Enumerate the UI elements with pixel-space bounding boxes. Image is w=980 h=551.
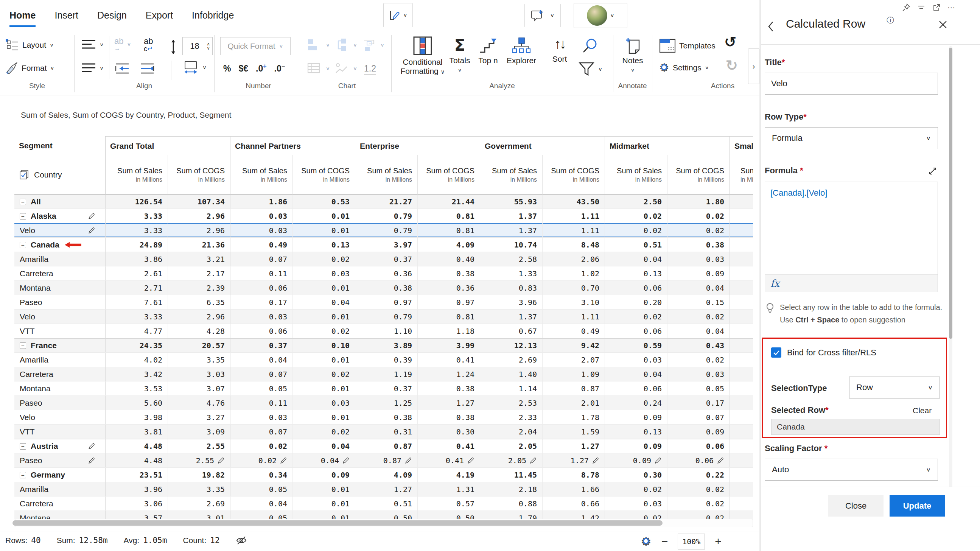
value-cell[interactable]: 0.03: [293, 266, 355, 280]
value-cell[interactable]: 3.81: [105, 425, 168, 439]
table-row[interactable]: Montana3.573.010.050.010.500.501.791.420…: [14, 511, 753, 519]
value-cell[interactable]: 4.19: [417, 468, 480, 482]
value-cell[interactable]: 0.39: [355, 353, 417, 367]
value-cell[interactable]: 3.06: [105, 497, 168, 511]
value-cell[interactable]: 1.40: [480, 367, 542, 381]
value-cell[interactable]: 0.09: [605, 440, 667, 453]
value-cell[interactable]: 0.03: [667, 367, 730, 381]
value-cell[interactable]: 0.37: [230, 339, 293, 352]
value-cell[interactable]: 0.50: [417, 511, 480, 519]
value-cell[interactable]: [730, 353, 753, 367]
value-cell[interactable]: 0.30: [605, 468, 667, 482]
collapse-icon[interactable]: −: [20, 242, 26, 248]
value-cell[interactable]: 0.38: [667, 238, 730, 252]
value-cell[interactable]: 0.04: [293, 453, 355, 467]
measure-header[interactable]: Sum of Salesin Millions: [230, 155, 293, 194]
focus-mode-icon[interactable]: [917, 3, 926, 12]
value-cell[interactable]: [730, 209, 753, 223]
value-cell[interactable]: 23.51: [105, 468, 168, 482]
value-cell[interactable]: 0.01: [293, 410, 355, 424]
value-cell[interactable]: 0.41: [417, 353, 480, 367]
value-cell[interactable]: 1.59: [542, 425, 605, 439]
chart-grid-button[interactable]: ∨: [307, 62, 330, 75]
value-cell[interactable]: 1.11: [542, 223, 605, 237]
value-cell[interactable]: 0.17: [230, 295, 293, 309]
value-cell[interactable]: 0.22: [667, 468, 730, 482]
row-label-cell[interactable]: Montana: [14, 281, 105, 295]
value-cell[interactable]: 1.37: [480, 209, 542, 223]
value-cell[interactable]: 0.40: [417, 252, 480, 266]
table-row[interactable]: VTT4.774.280.060.021.101.180.670.490.060…: [14, 324, 753, 338]
value-cell[interactable]: 0.13: [605, 266, 667, 280]
value-cell[interactable]: 0.31: [355, 425, 417, 439]
row-dimension-header[interactable]: Country: [14, 155, 105, 194]
value-cell[interactable]: 0.01: [293, 223, 355, 237]
value-cell[interactable]: 0.81: [417, 223, 480, 237]
value-cell[interactable]: 3.35: [168, 482, 230, 496]
measure-header[interactable]: Sum of COGSin Millions: [542, 155, 605, 194]
chart-layout-button[interactable]: ∨: [362, 38, 385, 52]
value-cell[interactable]: 0.38: [417, 381, 480, 395]
value-cell[interactable]: 0.01: [293, 511, 355, 519]
value-cell[interactable]: 0.01: [293, 209, 355, 223]
value-cell[interactable]: 0.02: [667, 353, 730, 367]
value-cell[interactable]: [730, 266, 753, 280]
value-cell[interactable]: 1.02: [542, 266, 605, 280]
value-cell[interactable]: 0.38: [417, 266, 480, 280]
value-cell[interactable]: 0.02: [667, 482, 730, 496]
value-cell[interactable]: 9.42: [542, 339, 605, 352]
value-cell[interactable]: 2.05: [480, 440, 542, 453]
value-cell[interactable]: 1.31: [417, 482, 480, 496]
value-cell[interactable]: 0.04: [667, 281, 730, 295]
value-cell[interactable]: 0.66: [542, 497, 605, 511]
edit-pencil-icon[interactable]: [88, 443, 95, 450]
value-cell[interactable]: 3.97: [355, 238, 417, 252]
value-cell[interactable]: 24.35: [105, 339, 168, 352]
row-label-cell[interactable]: VTT: [14, 425, 105, 439]
column-group-header[interactable]: Government: [480, 136, 605, 155]
wrap-text-button[interactable]: abc↵: [144, 37, 153, 52]
row-label-cell[interactable]: Montana: [14, 381, 105, 395]
text-overflow-button[interactable]: ab→ ∨: [114, 37, 131, 51]
value-cell[interactable]: 0.02: [605, 209, 667, 223]
table-row[interactable]: −Austria4.482.550.020.040.870.412.051.27…: [14, 439, 753, 453]
add-comment-button[interactable]: ∨: [525, 4, 561, 27]
value-cell[interactable]: 3.33: [105, 209, 168, 223]
value-cell[interactable]: 1.27: [542, 440, 605, 453]
edit-pencil-icon[interactable]: [467, 457, 474, 464]
row-label-cell[interactable]: Carretera: [14, 497, 105, 511]
table-settings-gear-icon[interactable]: ⚙: [641, 536, 652, 547]
measure-header[interactable]: Sum of Salesin Millions: [730, 155, 753, 194]
value-cell[interactable]: 0.20: [605, 295, 667, 309]
zoom-out-button[interactable]: −: [662, 536, 668, 547]
value-cell[interactable]: 0.79: [355, 310, 417, 323]
value-cell[interactable]: 1.25: [355, 396, 417, 410]
edit-pencil-icon[interactable]: [88, 212, 95, 220]
value-cell[interactable]: 4.02: [105, 353, 168, 367]
column-group-header[interactable]: Midmarket: [605, 136, 730, 155]
value-cell[interactable]: 12.13: [480, 339, 542, 352]
value-cell[interactable]: 11.45: [480, 468, 542, 482]
notes-button[interactable]: Notes ∨: [617, 37, 649, 73]
table-row[interactable]: −France24.3520.570.370.103.893.9912.139.…: [14, 338, 753, 353]
measure-header[interactable]: Sum of Salesin Millions: [105, 155, 168, 194]
value-cell[interactable]: 1.11: [542, 209, 605, 223]
currency-format-button[interactable]: $€: [239, 64, 248, 74]
value-cell[interactable]: 0.02: [230, 440, 293, 453]
value-cell[interactable]: 3.33: [105, 223, 168, 237]
value-cell[interactable]: 20.57: [168, 339, 230, 352]
table-row[interactable]: −Germany23.5119.820.340.094.094.1911.458…: [14, 468, 753, 482]
tab-design[interactable]: Design: [97, 10, 127, 27]
value-cell[interactable]: 0.02: [667, 497, 730, 511]
edit-pencil-icon[interactable]: [280, 457, 287, 464]
table-row[interactable]: Carretera3.423.030.070.021.191.241.401.0…: [14, 367, 753, 381]
value-cell[interactable]: 0.01: [293, 353, 355, 367]
value-cell[interactable]: 2.04: [480, 425, 542, 439]
tab-export[interactable]: Export: [146, 10, 173, 27]
increase-decimal-button[interactable]: .0+: [256, 63, 267, 74]
value-cell[interactable]: 0.06: [605, 281, 667, 295]
value-cell[interactable]: 0.11: [230, 266, 293, 280]
panel-scrollbar-thumb[interactable]: [949, 48, 952, 339]
horizontal-scrollbar[interactable]: [14, 519, 753, 527]
value-cell[interactable]: 0.03: [230, 410, 293, 424]
